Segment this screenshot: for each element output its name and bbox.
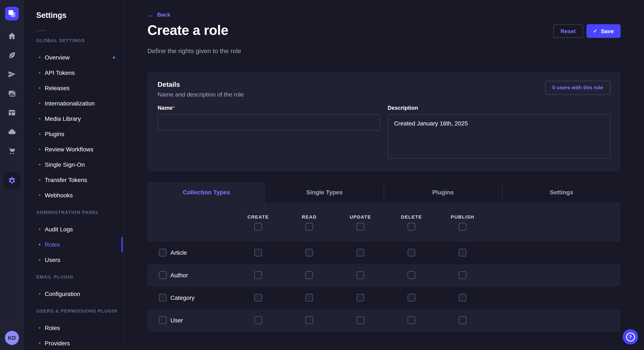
back-link[interactable]: ← Back (147, 11, 170, 18)
reset-button[interactable]: Reset (553, 24, 583, 38)
cell-user-publish (437, 316, 488, 324)
sidebar-item-transfer-tokens[interactable]: Transfer Tokens (24, 172, 123, 187)
save-button[interactable]: ✓ Save (586, 24, 620, 38)
checkbox-author-publish[interactable] (459, 271, 466, 279)
row-category-checkbox[interactable] (159, 294, 166, 302)
checkbox-category-read[interactable] (306, 294, 313, 302)
layout-icon[interactable] (8, 108, 16, 117)
checkbox-author-create[interactable] (254, 271, 262, 279)
row-category-label-col: Category (147, 294, 232, 302)
cell-article-publish (437, 249, 488, 256)
gear-icon[interactable] (4, 172, 20, 189)
cart-icon[interactable] (8, 147, 16, 155)
strapi-admin: KD Settings GLOBAL SETTINGS Overview API… (0, 0, 644, 350)
sidebar-item-users[interactable]: Users (24, 252, 123, 268)
sidebar-item-media-library[interactable]: Media Library (24, 111, 123, 126)
name-input[interactable] (158, 114, 380, 130)
global-settings-list: Overview API Tokens Releases Internation… (24, 50, 123, 203)
table-row-article: Article (147, 241, 620, 264)
checkbox-category-publish[interactable] (459, 294, 466, 302)
select-all-publish-checkbox[interactable] (459, 223, 466, 230)
checkbox-user-create[interactable] (254, 316, 262, 324)
cell-category-read (284, 294, 335, 302)
images-icon[interactable] (8, 89, 16, 98)
select-all-read-checkbox[interactable] (306, 223, 313, 230)
column-publish: PUBLISH (437, 203, 488, 241)
checkbox-user-read[interactable] (306, 316, 313, 324)
cell-category-publish (437, 294, 488, 302)
tab-plugins[interactable]: Plugins (384, 182, 502, 203)
tab-collection-types[interactable]: Collection Types (147, 182, 266, 203)
sidebar-item-plugins[interactable]: Plugins (24, 126, 123, 142)
checkbox-author-update[interactable] (356, 271, 364, 279)
row-author-checkbox[interactable] (159, 271, 166, 279)
sidebar-item-configuration[interactable]: Configuration (24, 286, 123, 302)
help-button[interactable]: ? (623, 329, 638, 345)
bullet-icon (39, 244, 40, 245)
checkbox-user-delete[interactable] (408, 316, 415, 324)
sidebar-item-internationalization[interactable]: Internationalization (24, 96, 123, 111)
select-all-delete-checkbox[interactable] (408, 223, 415, 230)
row-user-checkbox[interactable] (159, 316, 166, 324)
subnav-title: Settings (36, 11, 123, 20)
sidebar-item-audit-logs[interactable]: Audit Logs (24, 222, 123, 237)
row-category-label: Category (170, 294, 195, 301)
sidebar-item-providers[interactable]: Providers (24, 336, 123, 350)
sidebar-item-webhooks[interactable]: Webhooks (24, 187, 123, 203)
bullet-icon (39, 293, 40, 295)
users-with-role-button[interactable]: 0 users with this role (545, 81, 610, 95)
checkbox-author-delete[interactable] (408, 271, 415, 279)
sidebar-item-roles-admin[interactable]: Roles (24, 237, 123, 252)
sidebar-item-releases[interactable]: Releases (24, 80, 123, 96)
nav-icon-list (4, 32, 20, 189)
select-all-create-checkbox[interactable] (254, 223, 262, 230)
checkbox-author-read[interactable] (306, 271, 313, 279)
tab-settings[interactable]: Settings (502, 182, 621, 203)
checkbox-article-update[interactable] (356, 249, 364, 256)
page-subtitle: Define the rights given to the role (147, 47, 620, 54)
bullet-icon (39, 228, 40, 230)
cell-author-create (232, 271, 284, 279)
nav-divider (0, 328, 24, 328)
section-users-permissions-plugin: USERS & PERMISSIONS PLUGIN (36, 308, 123, 313)
details-title: Details (158, 81, 244, 88)
screen: KD Settings GLOBAL SETTINGS Overview API… (0, 0, 644, 350)
avatar[interactable]: KD (5, 331, 19, 345)
table-row-category: Category (147, 286, 620, 309)
bullet-icon (39, 118, 40, 120)
home-icon[interactable] (8, 32, 16, 40)
cell-article-update (335, 249, 386, 256)
sidebar-item-single-sign-on[interactable]: Single Sign-On (24, 157, 123, 172)
cell-user-update (335, 316, 386, 324)
section-global-settings: GLOBAL SETTINGS (36, 38, 123, 43)
sidebar-item-roles-up[interactable]: Roles (24, 320, 123, 336)
row-article-checkbox[interactable] (159, 249, 166, 256)
row-author-label: Author (170, 272, 188, 279)
bullet-icon (39, 259, 40, 261)
sidebar-item-api-tokens[interactable]: API Tokens (24, 65, 123, 80)
bullet-icon (39, 342, 40, 344)
checkbox-article-publish[interactable] (459, 249, 466, 256)
checkbox-article-create[interactable] (254, 249, 262, 256)
feather-icon[interactable] (8, 51, 16, 59)
checkbox-category-update[interactable] (356, 294, 364, 302)
column-read: READ (284, 203, 335, 241)
sidebar-item-review-workflows[interactable]: Review Workflows (24, 142, 123, 157)
checkbox-user-update[interactable] (356, 316, 364, 324)
description-textarea[interactable]: Created January 16th, 2025 (388, 114, 610, 159)
sidebar-item-overview[interactable]: Overview (24, 50, 123, 65)
paper-plane-icon[interactable] (8, 70, 16, 79)
checkbox-category-create[interactable] (254, 294, 262, 302)
tab-single-types[interactable]: Single Types (266, 182, 384, 203)
select-all-update-checkbox[interactable] (356, 223, 364, 230)
cloud-icon[interactable] (8, 128, 16, 136)
strapi-logo[interactable] (0, 0, 24, 28)
bullet-icon (39, 72, 40, 74)
checkbox-article-read[interactable] (306, 249, 313, 256)
checkbox-category-delete[interactable] (408, 294, 415, 302)
cell-category-update (335, 294, 386, 302)
checkbox-user-publish[interactable] (459, 316, 466, 324)
checkbox-article-delete[interactable] (408, 249, 415, 256)
cell-author-publish (437, 271, 488, 279)
back-arrow-icon: ← (147, 11, 154, 18)
